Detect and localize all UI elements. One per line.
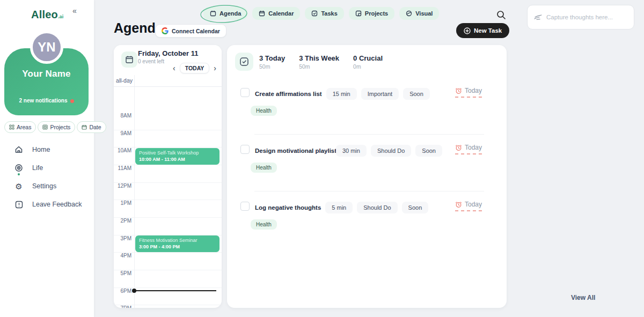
- calendar-event[interactable]: Positive Self-Talk Workshop 10:00 AM - 1…: [135, 148, 219, 165]
- avatar[interactable]: YN: [30, 31, 63, 64]
- gear-icon: ⚙: [14, 182, 23, 190]
- home-icon: [14, 145, 23, 154]
- profile-name: Your Name: [4, 69, 89, 79]
- nav-label: Settings: [32, 182, 56, 190]
- nav-label: Life: [32, 164, 43, 172]
- task-due-badge[interactable]: Today: [455, 144, 482, 154]
- capture-thoughts-input[interactable]: Capture thoughts here...: [527, 5, 634, 30]
- visual-icon: [406, 10, 412, 17]
- active-dot: [18, 173, 20, 175]
- task-due-badge[interactable]: Today: [455, 87, 482, 98]
- all-day-separator: [114, 86, 222, 87]
- tab-label: Tasks: [321, 10, 337, 17]
- calendar-date-title: Friday, October 11: [138, 49, 198, 57]
- agenda-calendar-panel: Friday, October 11 0 event left ‹ TODAY …: [114, 45, 222, 308]
- stat-value: 0 Crucial: [353, 54, 383, 62]
- time-grid: 8AM 9AM 10AM 11AM 12PM 1PM 2PM 3PM 4PM 5…: [114, 75, 222, 308]
- task-due-badge[interactable]: Today: [455, 201, 482, 211]
- next-day-icon[interactable]: ›: [213, 64, 217, 72]
- view-all-link[interactable]: View All: [571, 294, 595, 301]
- tab-projects[interactable]: Projects: [349, 7, 394, 20]
- task-priority-pill[interactable]: Should Do: [371, 145, 411, 157]
- tab-label: Projects: [365, 10, 388, 17]
- nav-label: Leave Feedback: [32, 201, 82, 208]
- plus-circle-icon: [464, 27, 471, 34]
- areas-grid-icon: [9, 124, 14, 130]
- projects-grid-icon: [355, 10, 362, 17]
- event-time: 3:00 PM - 4:00 PM: [139, 244, 216, 249]
- sidebar-item-leave-feedback[interactable]: Leave Feedback: [0, 195, 94, 213]
- top-nav-tabs: Agenda Calendar Tasks Projects Visual: [203, 7, 439, 20]
- sidebar-filter-projects[interactable]: Projects: [38, 121, 75, 133]
- task-priority-pill[interactable]: Important: [361, 88, 399, 100]
- task-checkbox[interactable]: [240, 88, 250, 97]
- sidebar-filter-areas[interactable]: Areas: [4, 121, 36, 133]
- new-task-button[interactable]: New Task: [456, 23, 509, 38]
- task-urgency-pill[interactable]: Soon: [403, 88, 430, 100]
- current-time-dot: [132, 289, 136, 293]
- sidebar-item-home[interactable]: Home: [0, 141, 94, 159]
- filter-label: Projects: [50, 124, 70, 130]
- hour-label: 8AM: [114, 113, 131, 119]
- sidebar-filter-row: Areas Projects Date: [4, 121, 106, 133]
- capture-placeholder: Capture thoughts here...: [546, 14, 613, 20]
- today-button[interactable]: TODAY: [180, 63, 210, 73]
- event-title: Fitness Motivation Seminar: [139, 238, 216, 243]
- grid-vertical-line: [134, 75, 135, 308]
- tab-calendar[interactable]: Calendar: [252, 7, 300, 20]
- tab-agenda[interactable]: Agenda: [203, 7, 247, 20]
- task-tag-health: Health: [251, 163, 277, 173]
- due-label: Today: [465, 201, 482, 208]
- calendar-event[interactable]: Fitness Motivation Seminar 3:00 PM - 4:0…: [135, 235, 219, 252]
- task-urgency-pill[interactable]: Soon: [415, 145, 442, 157]
- task-title[interactable]: Design motivational playlist: [255, 148, 332, 154]
- task-title[interactable]: Create affirmations list: [255, 91, 322, 97]
- collapse-sidebar-icon[interactable]: «: [72, 6, 77, 15]
- scribble-pen-icon: [534, 14, 543, 20]
- hour-label: 6PM: [114, 288, 131, 294]
- tab-label: Visual: [415, 10, 433, 17]
- new-task-label: New Task: [474, 27, 502, 34]
- sidebar-item-settings[interactable]: ⚙ Settings: [0, 177, 94, 195]
- filter-label: Date: [89, 124, 101, 130]
- event-time: 10:00 AM - 11:00 AM: [139, 157, 216, 162]
- calendar-icon: [82, 124, 87, 130]
- alleo-logo: Alleo.ai: [31, 9, 64, 21]
- sidebar: Alleo.ai « YN Your Name 2 new notificati…: [0, 0, 94, 317]
- filter-label: Areas: [17, 124, 31, 130]
- connect-calendar-button[interactable]: Connect Calendar: [155, 24, 226, 38]
- alarm-clock-icon: [455, 144, 462, 151]
- task-checkbox[interactable]: [240, 202, 250, 211]
- tasks-checkbox-tile-icon: [235, 53, 253, 71]
- stat-sub: 50m: [259, 63, 285, 70]
- alarm-clock-icon: [455, 201, 462, 208]
- prev-day-icon[interactable]: ‹: [172, 64, 177, 72]
- connect-calendar-label: Connect Calendar: [172, 28, 220, 34]
- stat-value: 3 This Week: [299, 54, 339, 62]
- sidebar-filter-date[interactable]: Date: [77, 121, 106, 133]
- google-icon: [162, 27, 169, 34]
- task-urgency-pill[interactable]: Soon: [402, 202, 429, 213]
- sidebar-item-life[interactable]: Life: [0, 159, 94, 177]
- hour-label: 10AM: [114, 148, 131, 153]
- task-duration-pill[interactable]: 5 min: [325, 202, 353, 213]
- tasks-check-icon: [311, 10, 318, 17]
- task-row: Create affirmations list 15 min Importan…: [227, 85, 507, 126]
- nav-label: Home: [32, 146, 50, 153]
- task-duration-pill[interactable]: 30 min: [336, 145, 367, 157]
- task-duration-pill[interactable]: 15 min: [326, 88, 357, 100]
- tab-tasks[interactable]: Tasks: [305, 7, 343, 20]
- hour-label: 9AM: [114, 130, 131, 136]
- current-time-indicator: [134, 290, 216, 291]
- notifications-text[interactable]: 2 new notifications: [4, 98, 89, 104]
- task-checkbox[interactable]: [240, 145, 250, 154]
- due-label: Today: [465, 144, 482, 151]
- tab-visual[interactable]: Visual: [399, 7, 439, 20]
- task-title[interactable]: Log negative thoughts: [255, 204, 321, 211]
- task-row: Log negative thoughts 5 min Should Do So…: [227, 198, 507, 239]
- task-priority-pill[interactable]: Should Do: [357, 202, 397, 213]
- tab-label: Calendar: [268, 10, 294, 17]
- app-screen: Alleo.ai « YN Your Name 2 new notificati…: [0, 0, 644, 317]
- search-icon[interactable]: [496, 10, 507, 20]
- hour-label: 5PM: [114, 270, 131, 276]
